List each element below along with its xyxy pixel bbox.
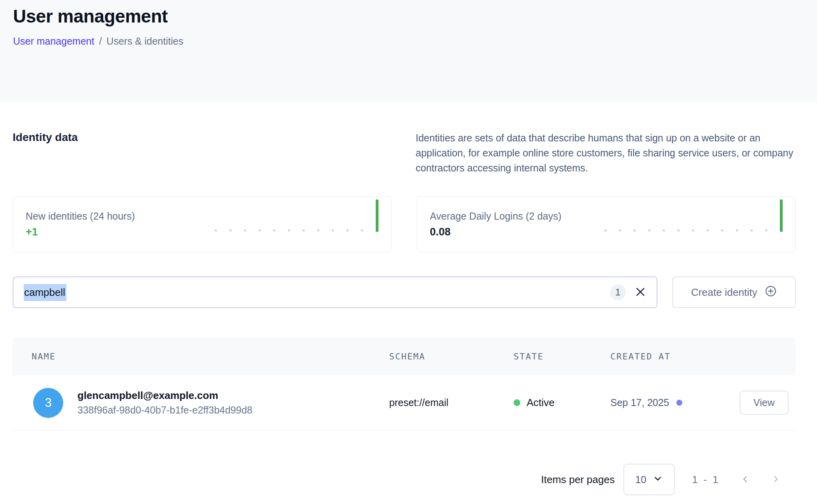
clear-search-button[interactable] <box>634 286 646 299</box>
close-icon <box>634 286 646 299</box>
spark-bar <box>780 199 783 232</box>
create-identity-button[interactable]: Create identity <box>672 276 796 308</box>
breadcrumb-link-user-management[interactable]: User management <box>13 36 94 47</box>
spark-dot <box>765 229 767 231</box>
created-at-date: Sep 17, 2025 <box>610 397 669 408</box>
chevron-left-icon <box>740 474 751 485</box>
identity-state-cell: Active <box>514 397 610 409</box>
spark-dot <box>317 229 319 231</box>
spark-dot <box>288 229 290 231</box>
search-row: campbell 1 Create identity <box>13 276 796 308</box>
search-input[interactable]: campbell 1 <box>13 276 657 308</box>
stat-card-average-daily-logins: Average Daily Logins (2 days) 0.08 <box>417 196 796 252</box>
breadcrumb-separator: / <box>99 36 102 47</box>
search-result-count-badge: 1 <box>610 284 626 300</box>
page-title: User management <box>13 6 796 27</box>
avatar: 3 <box>33 388 63 418</box>
stat-value: +1 <box>26 226 135 238</box>
spark-dot <box>215 229 217 231</box>
section-description: Identities are sets of data that describ… <box>416 130 796 175</box>
column-header-name: NAME <box>13 352 389 361</box>
status-badge: Active <box>527 397 555 409</box>
identity-created-at-cell: Sep 17, 2025 <box>610 397 740 408</box>
items-per-page-select[interactable]: 10 <box>623 464 675 495</box>
identity-uuid: 338f96af-98d0-40b7-b1fe-e2ff3b4d99d8 <box>77 404 252 416</box>
identity-name-lines: glencampbell@example.com 338f96af-98d0-4… <box>77 389 252 416</box>
spark-dot <box>303 229 305 231</box>
spark-dot <box>619 229 621 231</box>
sparkline-chart <box>604 206 783 243</box>
column-header-schema: SCHEMA <box>389 352 514 361</box>
identities-table: NAME SCHEMA STATE CREATED AT 3 glencampb… <box>13 338 796 431</box>
stat-card-new-identities: New identities (24 hours) +1 <box>13 196 392 252</box>
pagination: Items per pages 10 1 - 1 <box>13 464 796 495</box>
spark-bar <box>376 199 378 232</box>
spark-dot <box>663 229 665 231</box>
spark-dot <box>604 229 606 231</box>
spark-dot <box>736 229 738 231</box>
previous-page-button[interactable] <box>740 474 751 485</box>
spark-dot <box>244 229 246 231</box>
spark-dot <box>648 229 650 231</box>
sparkline-chart <box>215 206 378 243</box>
create-identity-label: Create identity <box>691 286 757 299</box>
stat-meta: New identities (24 hours) +1 <box>26 211 135 238</box>
main-content: Identity data Identities are sets of dat… <box>0 130 817 495</box>
stat-meta: Average Daily Logins (2 days) 0.08 <box>430 211 561 238</box>
page-header: User management User management / Users … <box>0 0 817 102</box>
created-at-indicator-dot <box>676 400 682 406</box>
row-actions-cell: View <box>740 391 800 415</box>
chevron-down-icon <box>653 474 663 485</box>
plus-circle-icon <box>764 285 777 300</box>
view-button[interactable]: View <box>740 391 789 415</box>
breadcrumb: User management / Users & identities <box>13 36 796 47</box>
table-header-row: NAME SCHEMA STATE CREATED AT <box>13 338 796 375</box>
identity-schema: preset://email <box>389 397 514 408</box>
stat-value: 0.08 <box>430 226 561 238</box>
table-row[interactable]: 3 glencampbell@example.com 338f96af-98d0… <box>13 375 796 431</box>
next-page-button[interactable] <box>770 474 781 485</box>
spark-dot <box>361 229 363 231</box>
search-input-value: campbell <box>24 284 66 301</box>
items-per-page-value: 10 <box>635 474 646 485</box>
stats-row: New identities (24 hours) +1 Average Dai… <box>13 196 796 252</box>
spark-dot <box>678 229 680 231</box>
spark-dot <box>332 229 334 231</box>
search-input-addons: 1 <box>610 284 646 300</box>
identity-data-section-header: Identity data Identities are sets of dat… <box>13 130 796 175</box>
stat-label: New identities (24 hours) <box>26 211 135 222</box>
column-header-state: STATE <box>514 352 610 361</box>
page-range: 1 - 1 <box>692 474 720 485</box>
stat-label: Average Daily Logins (2 days) <box>430 211 561 222</box>
spark-dot <box>273 229 275 231</box>
spark-dot <box>707 229 709 231</box>
spark-dot <box>751 229 753 231</box>
spark-dot <box>346 229 348 231</box>
spark-dot <box>692 229 694 231</box>
spark-dot <box>634 229 636 231</box>
chevron-right-icon <box>770 474 781 485</box>
breadcrumb-current: Users & identities <box>107 36 184 47</box>
section-heading: Identity data <box>13 130 78 144</box>
identity-email: glencampbell@example.com <box>77 389 252 402</box>
active-status-dot <box>514 399 520 406</box>
column-header-created-at: CREATED AT <box>610 352 740 361</box>
identity-name-cell: 3 glencampbell@example.com 338f96af-98d0… <box>13 388 389 418</box>
spark-dot <box>230 229 232 231</box>
spark-dot <box>259 229 261 231</box>
spark-dot <box>721 229 723 231</box>
items-per-page-label: Items per pages <box>541 474 615 486</box>
